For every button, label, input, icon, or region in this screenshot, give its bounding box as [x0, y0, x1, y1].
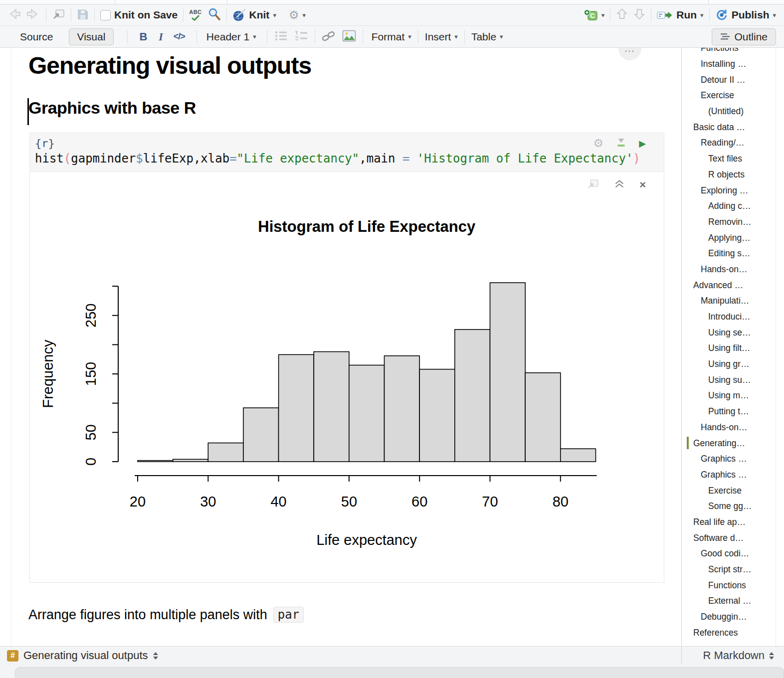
- table-menu[interactable]: Table ▾: [471, 31, 503, 43]
- insert-menu[interactable]: Insert ▾: [425, 31, 458, 43]
- toolbar-separator: [267, 30, 267, 44]
- insert-chunk-caret-icon: ▾: [601, 12, 605, 18]
- insert-chunk-button[interactable]: C ▾: [584, 9, 605, 21]
- outline-item[interactable]: Debuggin…: [682, 609, 784, 625]
- outline-item[interactable]: Reading/…: [682, 135, 784, 151]
- outline-item-label: Script str…: [708, 564, 752, 575]
- save-button[interactable]: [77, 8, 89, 22]
- insert-image-button[interactable]: [342, 30, 356, 44]
- publish-caret-icon: ▾: [773, 12, 776, 18]
- outline-toggle-button[interactable]: Outline: [712, 28, 776, 45]
- outline-item[interactable]: Script str…: [682, 562, 784, 578]
- outline-item[interactable]: Advanced …: [682, 277, 784, 293]
- outline-item[interactable]: Adding c…: [682, 198, 784, 214]
- code-chunk[interactable]: {r} ⚙ ▶ hist(gapminder$lifeExp,xlab="Lif…: [29, 133, 664, 172]
- format-menu[interactable]: Format ▾: [372, 31, 411, 43]
- go-next-section-button[interactable]: [633, 7, 645, 22]
- outline-item[interactable]: Hands-on…: [682, 262, 784, 278]
- run-label: Run: [676, 9, 697, 21]
- find-button[interactable]: [207, 7, 221, 23]
- knit-button[interactable]: Knit ▾: [232, 8, 276, 22]
- outline-item-label: Reading/…: [701, 138, 745, 148]
- collapse-output-button[interactable]: [613, 179, 625, 191]
- publish-button[interactable]: Publish ▾: [715, 8, 776, 21]
- outline-item[interactable]: Text files: [682, 151, 784, 167]
- header-style-select[interactable]: Header 1 ▾: [206, 31, 256, 43]
- section-navigator[interactable]: # Generating visual outputs: [0, 647, 681, 665]
- outline-item[interactable]: Graphics …: [682, 451, 784, 467]
- outline-item-label: Exercise: [708, 486, 742, 496]
- console-pane-top: [0, 665, 784, 678]
- run-button[interactable]: Run ▾: [657, 9, 703, 21]
- outline-item-label: Manipulati…: [701, 296, 749, 306]
- outline-item[interactable]: Generating…: [682, 435, 784, 451]
- back-button[interactable]: [7, 7, 21, 22]
- spellcheck-button[interactable]: ABC: [189, 9, 201, 21]
- outline-item[interactable]: (Untitled): [682, 104, 784, 120]
- outline-item[interactable]: Real life ap…: [682, 514, 784, 530]
- outline-item[interactable]: External …: [682, 593, 784, 609]
- visual-mode-button[interactable]: Visual: [69, 28, 114, 45]
- outline-item[interactable]: Detour II …: [682, 72, 784, 88]
- popout-plot-button[interactable]: [587, 178, 599, 192]
- outline-item[interactable]: Using se…: [682, 325, 784, 340]
- image-icon: [342, 30, 356, 42]
- text-cursor: [27, 98, 29, 125]
- outline-item[interactable]: Using filt…: [682, 340, 784, 356]
- outline-item[interactable]: Applying…: [682, 230, 784, 246]
- outline-item[interactable]: Exercise: [682, 483, 784, 499]
- outline-item[interactable]: R objects: [682, 167, 784, 183]
- outline-item[interactable]: Basic data …: [682, 119, 784, 135]
- outline-item[interactable]: Exploring …: [682, 182, 784, 198]
- close-output-button[interactable]: ×: [639, 179, 646, 190]
- italic-button[interactable]: I: [159, 30, 163, 43]
- outline-item-label: Introduci…: [708, 312, 751, 322]
- run-chunks-above-button[interactable]: [615, 137, 627, 150]
- chunk-code-line[interactable]: hist(gapminder$lifeExp,xlab="Life expect…: [35, 152, 657, 166]
- outline-item-label: Applying…: [708, 233, 751, 243]
- outline-item[interactable]: Functions: [682, 48, 784, 56]
- run-chunk-button[interactable]: ▶: [639, 139, 646, 148]
- doc-type-selector[interactable]: R Markdown: [681, 647, 784, 665]
- outline-item[interactable]: Introduci…: [682, 309, 784, 325]
- outline-item[interactable]: Using su…: [682, 372, 784, 388]
- chunk-settings-button[interactable]: ⚙ ▾: [289, 9, 306, 21]
- bullet-list-button[interactable]: [274, 30, 288, 44]
- numbered-list-button[interactable]: [294, 30, 308, 44]
- outline-item[interactable]: Hands-on…: [682, 420, 784, 436]
- outline-item[interactable]: Some gg…: [682, 499, 784, 514]
- svg-text:Histogram of Life Expectancy: Histogram of Life Expectancy: [258, 218, 476, 235]
- outline-item[interactable]: Graphics …: [682, 467, 784, 483]
- outline-item[interactable]: Installing …: [682, 56, 784, 72]
- outline-item[interactable]: Editing s…: [682, 246, 784, 262]
- code-format-button[interactable]: </>: [174, 31, 185, 42]
- outline-item[interactable]: References: [682, 625, 784, 641]
- editor-pane[interactable]: ⋯ Generating visual outputs Graphics wit…: [0, 48, 681, 646]
- outline-item[interactable]: Functions: [682, 577, 784, 593]
- svg-text:Frequency: Frequency: [40, 339, 56, 408]
- arrow-down-icon: [633, 7, 645, 20]
- go-previous-section-button[interactable]: [616, 7, 628, 22]
- svg-text:C: C: [590, 12, 595, 19]
- outline-item[interactable]: Removin…: [682, 214, 784, 230]
- knit-on-save-toggle[interactable]: Knit on Save: [100, 9, 178, 21]
- outline-item[interactable]: Good codi…: [682, 546, 784, 562]
- outline-item[interactable]: Exercise: [682, 88, 784, 104]
- source-mode-button[interactable]: Source: [20, 31, 53, 43]
- chunk-options-gear-icon[interactable]: ⚙: [593, 138, 604, 149]
- bold-button[interactable]: B: [139, 30, 147, 43]
- knit-on-save-checkbox[interactable]: [100, 10, 111, 20]
- outline-item[interactable]: Using gr…: [682, 356, 784, 372]
- outline-item[interactable]: Manipulati…: [682, 293, 784, 309]
- outline-item[interactable]: Using m…: [682, 388, 784, 404]
- doc-paragraph: Arrange figures into multiple panels wit…: [28, 607, 681, 623]
- doc-heading-1: Generating visual outputs: [28, 52, 681, 79]
- outline-item-label: Using se…: [708, 328, 751, 338]
- insert-link-button[interactable]: [322, 29, 336, 44]
- outline-item-label: Text files: [708, 154, 742, 164]
- open-in-window-button[interactable]: [52, 8, 65, 22]
- outline-item[interactable]: Software d…: [682, 530, 784, 546]
- forward-button[interactable]: [26, 7, 40, 22]
- outline-item[interactable]: Putting t…: [682, 404, 784, 420]
- toolbar-separator: [46, 8, 46, 22]
